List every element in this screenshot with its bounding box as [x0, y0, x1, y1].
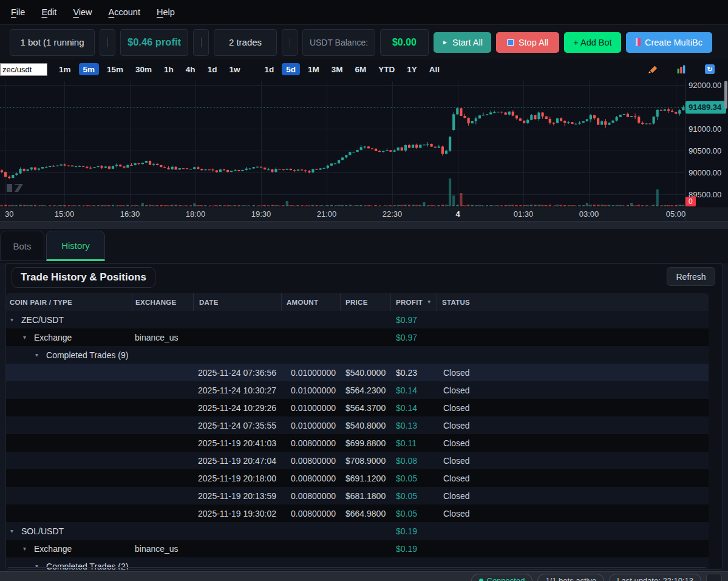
column-header-status[interactable]: STATUS	[437, 293, 709, 311]
range-YTD[interactable]: YTD	[374, 63, 399, 75]
status-bar-end-box	[706, 574, 722, 581]
trade-history-panel: Trade History & Positions Refresh COIN P…	[5, 263, 723, 570]
menu-edit[interactable]: Edit	[41, 7, 56, 17]
trade-row[interactable]: 2025-11-24 07:35:550.01000000$540.8000$0…	[6, 416, 709, 434]
menu-help[interactable]: Help	[157, 7, 175, 17]
exchange-row[interactable]: ▾Exchangebinance_us$0.19	[6, 540, 709, 557]
usdt-balance-label: USDT Balance:	[302, 29, 375, 56]
timeframe-15m[interactable]: 15m	[103, 63, 128, 75]
column-header-profit[interactable]: PROFIT▼	[390, 293, 437, 311]
svg-text:01:30: 01:30	[514, 209, 534, 219]
range-5d[interactable]: 5d	[282, 63, 300, 75]
range-group: 1d5d1M3M6MYTD1YAll	[260, 63, 444, 75]
column-header-price[interactable]: PRICE	[340, 293, 390, 311]
timeframe-1m[interactable]: 1m	[55, 63, 75, 75]
timeframe-group: 1m5m15m30m1h4h1d1w	[55, 63, 244, 75]
horizontal-scrollbar[interactable]	[8, 567, 706, 568]
tab-history[interactable]: History	[46, 231, 105, 261]
trade-row[interactable]: 2025-11-24 07:36:560.01000000$540.0000$0…	[6, 364, 709, 381]
svg-text:92000.00: 92000.00	[689, 81, 721, 90]
panel-header: Trade History & Positions Refresh	[5, 263, 723, 293]
menu-account[interactable]: Account	[109, 7, 140, 17]
timeframe-30m[interactable]: 30m	[131, 63, 156, 75]
timeframe-1d[interactable]: 1d	[203, 63, 222, 75]
connection-status-badge: Connected	[471, 574, 533, 581]
svg-text:90500.00: 90500.00	[689, 146, 721, 155]
start-all-button[interactable]: ►Start All	[434, 32, 491, 53]
completed-trades-row[interactable]: ▾Completed Trades (9)	[6, 346, 709, 364]
collapse-icon[interactable]: ▾	[10, 316, 13, 323]
menu-file[interactable]: File	[11, 7, 25, 17]
start-all-label: Start All	[452, 38, 483, 47]
svg-text:91489.34: 91489.34	[689, 103, 722, 112]
bots-active-text: 1/1 bots active	[545, 576, 596, 581]
add-bot-button[interactable]: + Add Bot	[564, 32, 621, 53]
menu-view[interactable]: View	[73, 7, 92, 17]
column-header-exchange[interactable]: EXCHANGE	[132, 293, 193, 311]
trade-row[interactable]: 2025-11-19 20:13:590.00800000$681.1800$0…	[6, 487, 709, 505]
chart-controls: 1m5m15m30m1h4h1d1w 1d5d1M3M6MYTD1YAll ↻	[0, 59, 728, 79]
collapse-icon[interactable]: ▾	[23, 545, 26, 552]
timeframe-1h[interactable]: 1h	[160, 63, 178, 75]
trade-row[interactable]: 2025-11-24 10:29:260.01000000$564.3700$0…	[6, 399, 709, 416]
column-header-coin-pair-type[interactable]: COIN PAIR / TYPE	[6, 293, 132, 311]
svg-text:91000.00: 91000.00	[689, 124, 721, 134]
create-multibot-button[interactable]: Create MultiBc	[626, 32, 712, 53]
range-3M[interactable]: 3M	[327, 63, 347, 75]
pencil-icon[interactable]	[647, 64, 658, 75]
price-chart[interactable]: 92000.0091000.0090500.0090000.0089500.00…	[0, 79, 728, 221]
last-update-badge: Last update: 22:10:13	[609, 574, 701, 581]
stop-all-button[interactable]: Stop All	[496, 32, 559, 53]
section-divider	[0, 221, 728, 229]
usdt-balance-value-text: $0.00	[392, 37, 417, 48]
bots-active-badge: 1/1 bots active	[537, 574, 604, 581]
bots-summary: 1 bot (1 running	[10, 29, 95, 56]
collapse-icon[interactable]: ▾	[10, 528, 13, 534]
trade-row[interactable]: 2025-11-19 20:18:000.00800000$691.1200$0…	[6, 469, 709, 487]
last-update-text: Last update: 22:10:13	[617, 576, 693, 581]
sort-desc-icon[interactable]: ▼	[427, 299, 432, 305]
range-All[interactable]: All	[425, 63, 444, 75]
column-header-date[interactable]: DATE	[193, 293, 281, 311]
timeframe-5m[interactable]: 5m	[79, 63, 100, 75]
connection-status-text: Connected	[487, 576, 525, 581]
trade-row[interactable]: 2025-11-19 20:41:030.00800000$699.8800$0…	[6, 434, 709, 452]
connected-dot-icon	[479, 579, 483, 581]
table-header: COIN PAIR / TYPEEXCHANGEDATEAMOUNTPRICEP…	[6, 293, 709, 311]
status-bar: Connected 1/1 bots active Last update: 2…	[0, 571, 728, 581]
timeframe-1w[interactable]: 1w	[225, 63, 244, 75]
range-1d[interactable]: 1d	[260, 63, 278, 75]
symbol-input[interactable]	[0, 63, 47, 76]
collapse-icon[interactable]: ▾	[35, 352, 38, 358]
svg-text:4: 4	[455, 209, 460, 219]
trades-summary-label: 2 trades	[229, 37, 262, 47]
range-6M[interactable]: 6M	[350, 63, 370, 75]
toolbar-separator	[193, 29, 209, 56]
range-1Y[interactable]: 1Y	[403, 63, 421, 75]
refresh-button[interactable]: Refresh	[667, 267, 715, 286]
table-body: ▾ZEC/USDT$0.97▾Exchangebinance_us$0.97▾C…	[6, 311, 709, 570]
trade-row[interactable]: 2025-11-19 19:30:020.00800000$664.9800$0…	[6, 505, 709, 522]
stop-all-label: Stop All	[519, 38, 548, 47]
collapse-icon[interactable]: ▾	[35, 563, 38, 569]
toolbar-separator	[100, 29, 115, 56]
refresh-chart-icon[interactable]: ↻	[705, 64, 715, 74]
group-row-sol-usdt[interactable]: ▾SOL/USDT$0.19	[6, 522, 709, 540]
toolbar: 1 bot (1 running $0.46 profit 2 trades U…	[0, 24, 728, 59]
exchange-row[interactable]: ▾Exchangebinance_us$0.97	[6, 328, 709, 346]
column-header-amount[interactable]: AMOUNT	[281, 293, 340, 311]
timeframe-4h[interactable]: 4h	[182, 63, 200, 75]
range-1M[interactable]: 1M	[304, 63, 324, 75]
trade-row[interactable]: 2025-11-19 20:47:040.00800000$708.9000$0…	[6, 452, 709, 469]
collapse-icon[interactable]: ▾	[23, 334, 26, 341]
tab-bots[interactable]: Bots	[0, 231, 44, 261]
tab-history-label: History	[61, 240, 90, 251]
profit-summary-label: $0.46 profit	[128, 36, 181, 48]
menu-bar: FileEditViewAccountHelp	[0, 0, 728, 24]
bar-chart-icon[interactable]	[676, 64, 686, 74]
group-row-zec-usdt[interactable]: ▾ZEC/USDT$0.97	[6, 311, 709, 328]
tab-row: Bots History	[0, 229, 728, 263]
trade-row[interactable]: 2025-11-24 10:30:270.01000000$564.2300$0…	[6, 381, 709, 399]
trades-summary: 2 trades	[214, 29, 277, 56]
svg-text:30: 30	[5, 209, 13, 219]
